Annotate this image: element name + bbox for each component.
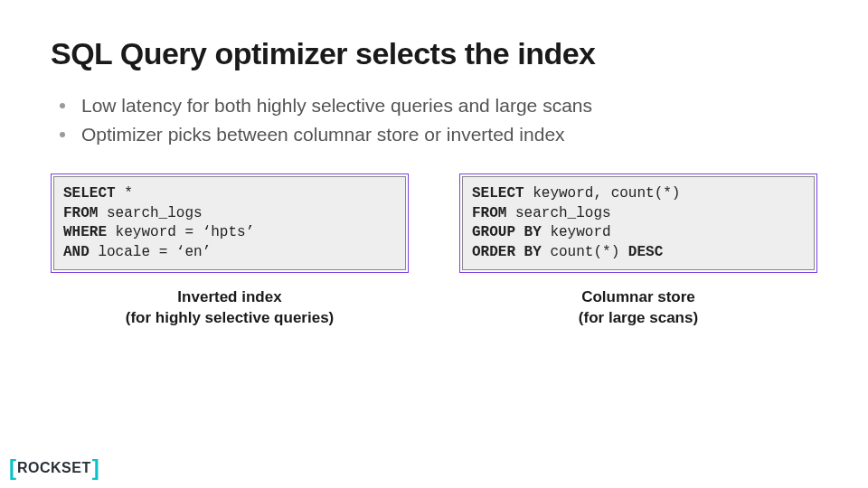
sql-text: keyword = ‘hpts’: [107, 224, 254, 240]
bullet-dot-icon: [60, 103, 65, 108]
bullet-item: Low latency for both highly selective qu…: [51, 91, 817, 120]
sql-keyword: ORDER BY: [472, 244, 542, 260]
caption-line2: (for highly selective queries): [126, 309, 335, 326]
sql-keyword: AND: [63, 244, 90, 260]
sql-text: locale = ‘en’: [90, 244, 211, 260]
example-left: SELECT * FROM search_logs WHERE keyword …: [51, 174, 409, 329]
example-caption: Columnar store (for large scans): [459, 287, 817, 329]
caption-line2: (for large scans): [579, 309, 698, 326]
sql-text: count(*): [542, 244, 628, 260]
sql-text: search_logs: [506, 205, 610, 221]
bullet-item: Optimizer picks between columnar store o…: [51, 120, 817, 149]
sql-text: search_logs: [98, 205, 202, 221]
sql-keyword: SELECT: [472, 185, 524, 202]
caption-line1: Columnar store: [581, 288, 695, 305]
sql-keyword: WHERE: [63, 224, 107, 240]
example-right: SELECT keyword, count(*) FROM search_log…: [459, 174, 817, 329]
sql-keyword: DESC: [628, 244, 663, 260]
sql-text: keyword, count(*): [524, 185, 681, 202]
examples-row: SELECT * FROM search_logs WHERE keyword …: [51, 174, 817, 329]
code-box-inner: SELECT * FROM search_logs WHERE keyword …: [53, 176, 406, 270]
code-block: SELECT keyword, count(*) FROM search_log…: [472, 184, 805, 262]
code-box-inner: SELECT keyword, count(*) FROM search_log…: [462, 176, 815, 270]
bullet-text: Low latency for both highly selective qu…: [81, 91, 592, 120]
slide: SQL Query optimizer selects the index Lo…: [0, 0, 868, 488]
logo-text: ROCKSET: [17, 460, 91, 476]
example-caption: Inverted index (for highly selective que…: [51, 287, 409, 329]
slide-title: SQL Query optimizer selects the index: [51, 36, 817, 71]
sql-keyword: FROM: [472, 205, 506, 221]
sql-keyword: FROM: [63, 205, 98, 221]
bullet-dot-icon: [60, 132, 65, 137]
code-box: SELECT * FROM search_logs WHERE keyword …: [51, 174, 409, 273]
code-box: SELECT keyword, count(*) FROM search_log…: [459, 174, 817, 273]
bullet-text: Optimizer picks between columnar store o…: [81, 120, 565, 149]
logo-left-bracket-icon: [: [9, 457, 16, 479]
sql-text: keyword: [542, 224, 611, 240]
sql-keyword: GROUP BY: [472, 224, 542, 240]
logo: [ ROCKSET ]: [9, 457, 99, 479]
caption-line1: Inverted index: [177, 288, 281, 305]
logo-right-bracket-icon: ]: [92, 457, 99, 479]
bullet-list: Low latency for both highly selective qu…: [51, 91, 817, 148]
code-block: SELECT * FROM search_logs WHERE keyword …: [63, 184, 396, 262]
sql-keyword: SELECT: [63, 185, 116, 202]
sql-text: *: [116, 185, 133, 202]
